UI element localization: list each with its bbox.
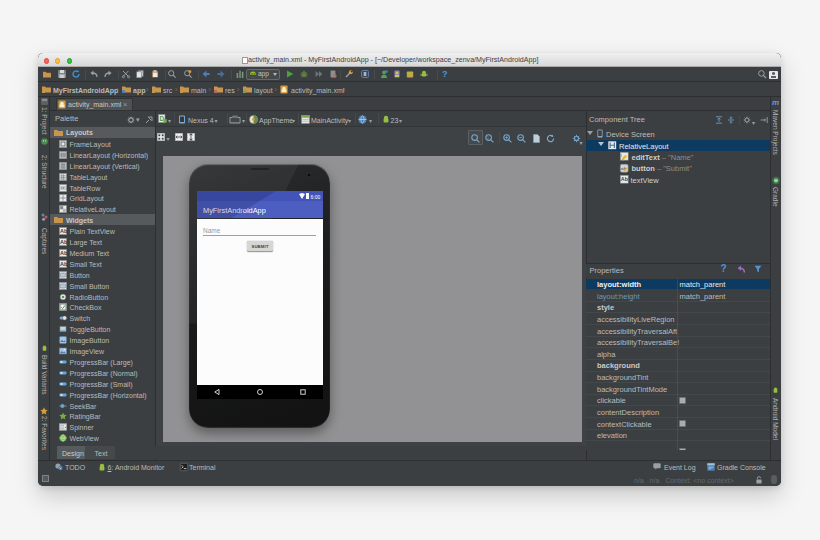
- svg-text:1: 1: [487, 136, 489, 140]
- svg-text:Ab: Ab: [620, 176, 628, 182]
- svg-text:Ab: Ab: [60, 239, 68, 245]
- svg-text:Ab: Ab: [60, 228, 68, 234]
- svg-text:Ab: Ab: [60, 250, 68, 256]
- svg-text:Ab: Ab: [60, 261, 68, 267]
- svg-text:I: I: [621, 154, 622, 158]
